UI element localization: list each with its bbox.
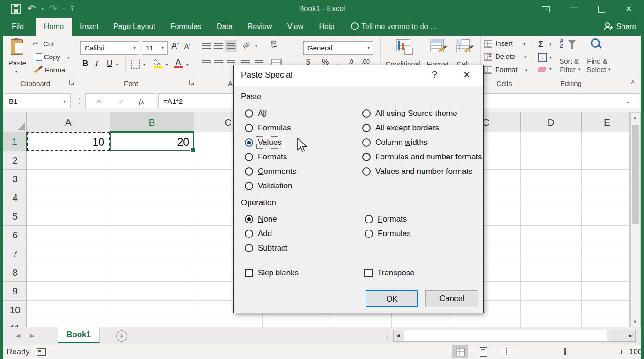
zoom-in-button[interactable]: + <box>619 345 624 359</box>
expand-formula-bar-icon[interactable]: ⌄ <box>626 94 631 109</box>
ok-button[interactable]: OK <box>366 290 418 307</box>
radio-all-except-borders[interactable]: All except borders <box>362 122 439 133</box>
row-header-4[interactable]: 4 <box>3 188 27 207</box>
macro-record-icon[interactable] <box>37 348 46 356</box>
tab-data[interactable]: Data <box>212 18 238 36</box>
cell-b1-selection[interactable]: 20 <box>110 132 194 151</box>
row-header-5[interactable]: 5 <box>3 207 27 226</box>
paste-button[interactable]: Paste ▾ <box>6 38 29 79</box>
maximize-button[interactable] <box>598 6 605 13</box>
radio-op-formulas[interactable]: Formulas <box>365 228 411 239</box>
column-header-d[interactable]: D <box>520 112 581 132</box>
row-header-3[interactable]: 3 <box>3 170 27 188</box>
font-color-caret-icon[interactable]: ▾ <box>186 62 189 67</box>
scroll-up-icon[interactable]: ▲ <box>633 115 637 120</box>
bold-button[interactable]: B <box>82 59 88 68</box>
enter-entry-icon[interactable]: ✓ <box>118 94 124 109</box>
tab-formulas[interactable]: Formulas <box>165 18 207 36</box>
font-dialog-launcher-icon[interactable] <box>189 80 194 85</box>
sheet-tab-book1[interactable]: Book1 <box>58 327 100 343</box>
fill-handle[interactable] <box>190 148 195 152</box>
scroll-left-icon[interactable]: ◀ <box>396 330 400 341</box>
row-header-11[interactable]: 11 <box>3 319 27 327</box>
cancel-button[interactable]: Cancel <box>425 290 478 307</box>
sheet-next-icon[interactable]: ▶ <box>30 327 34 345</box>
share-button[interactable]: Share <box>614 18 638 36</box>
zoom-slider-track[interactable] <box>536 352 606 352</box>
row-header-8[interactable]: 8 <box>3 263 27 282</box>
minimize-button[interactable]: — <box>570 0 578 16</box>
horizontal-scrollbar[interactable]: ◀ ▶ <box>393 330 636 342</box>
underline-button[interactable]: U <box>107 59 112 68</box>
scroll-right-icon[interactable]: ▶ <box>629 330 632 341</box>
row-header-6[interactable]: 6 <box>3 226 27 244</box>
orientation-button[interactable]: ab <box>241 40 251 50</box>
italic-button[interactable]: I <box>95 59 98 68</box>
radio-comments[interactable]: Comments <box>245 166 296 177</box>
align-middle-button[interactable] <box>214 43 223 49</box>
tab-file[interactable]: File <box>6 18 30 36</box>
borders-button[interactable] <box>131 60 140 69</box>
radio-all-source-theme[interactable]: All using Source theme <box>362 108 457 119</box>
scroll-down-icon[interactable]: ▼ <box>633 319 637 324</box>
formula-bar-grip-icon[interactable]: ⋮ <box>76 93 83 108</box>
radio-formulas[interactable]: Formulas <box>245 122 291 133</box>
row-header-7[interactable]: 7 <box>3 244 27 263</box>
row-header-10[interactable]: 10 <box>3 301 27 319</box>
autosum-button[interactable]: Σ <box>538 39 543 49</box>
radio-op-formats[interactable]: Formats <box>365 214 407 224</box>
tab-home[interactable]: Home <box>36 18 72 36</box>
font-family-select[interactable]: Calibri ▾ <box>80 41 139 55</box>
dialog-title-bar[interactable]: Paste Special ? ✕ <box>234 65 483 86</box>
radio-values[interactable]: Values <box>245 137 282 148</box>
select-all-corner[interactable] <box>3 112 27 132</box>
row-header-2[interactable]: 2 <box>3 151 27 170</box>
align-left-button[interactable] <box>202 60 211 66</box>
radio-all[interactable]: All <box>245 108 267 119</box>
sort-filter-button[interactable]: AZ Sort & Filter ▾ <box>557 37 581 78</box>
tab-page-layout[interactable]: Page Layout <box>109 18 160 36</box>
increase-decimal-button[interactable]: .0 <box>348 58 353 65</box>
zoom-slider-handle[interactable] <box>564 348 566 355</box>
horizontal-scroll-thumb[interactable] <box>404 330 607 341</box>
font-size-select[interactable]: 11 ▾ <box>142 41 168 55</box>
dialog-help-button[interactable]: ? <box>432 69 437 80</box>
view-normal-button[interactable] <box>452 345 468 358</box>
clear-caret-icon[interactable]: ▾ <box>549 66 552 71</box>
radio-none[interactable]: None <box>245 214 277 224</box>
radio-values-number-formats[interactable]: Values and number formats <box>362 166 473 177</box>
checkbox-skip-blanks[interactable]: Skip blanks <box>245 267 299 278</box>
ribbon-display-options-icon[interactable]: ⌄ <box>542 6 550 12</box>
column-header-b-highlight[interactable]: B <box>110 112 194 132</box>
wrap-text-button[interactable]: abc↵ <box>271 40 281 49</box>
tab-insert[interactable]: Insert <box>75 18 104 36</box>
align-bottom-button[interactable] <box>225 40 237 52</box>
fill-color-caret-icon[interactable]: ▾ <box>166 62 168 67</box>
zoom-out-button[interactable]: − <box>525 345 530 359</box>
fill-button[interactable]: ↓ <box>538 53 547 62</box>
align-top-button[interactable] <box>202 43 211 49</box>
vertical-scrollbar[interactable]: ▲ ▼ <box>630 112 641 327</box>
column-header-a[interactable]: A <box>27 112 110 132</box>
column-header-e[interactable]: E <box>581 112 633 132</box>
sheet-prev-icon[interactable]: ◀ <box>16 327 20 345</box>
find-select-button[interactable]: Find & Select ▾ <box>584 37 610 78</box>
radio-formats[interactable]: Formats <box>245 151 287 162</box>
radio-add[interactable]: Add <box>245 228 272 239</box>
vertical-scroll-thumb[interactable] <box>632 125 639 224</box>
clipboard-dialog-launcher-icon[interactable] <box>69 80 74 85</box>
tab-help[interactable]: Help <box>314 18 340 36</box>
cancel-entry-icon[interactable]: ✕ <box>96 94 102 109</box>
new-sheet-button[interactable]: + <box>116 330 127 342</box>
close-button[interactable]: ✕ <box>625 0 632 18</box>
checkbox-transpose[interactable]: Transpose <box>364 267 415 278</box>
view-page-break-button[interactable] <box>499 345 515 358</box>
scrollbar-grip-icon[interactable]: ⋮ <box>384 327 390 345</box>
tab-review[interactable]: Review <box>242 18 277 36</box>
grow-font-button[interactable]: A▴ <box>171 41 179 51</box>
insert-function-icon[interactable]: fx <box>139 94 144 109</box>
row-header-1[interactable]: 1 <box>3 132 27 151</box>
fill-color-button[interactable] <box>154 59 163 68</box>
number-format-select[interactable]: General ▾ <box>303 41 373 55</box>
autosum-caret-icon[interactable]: ▾ <box>549 42 552 47</box>
